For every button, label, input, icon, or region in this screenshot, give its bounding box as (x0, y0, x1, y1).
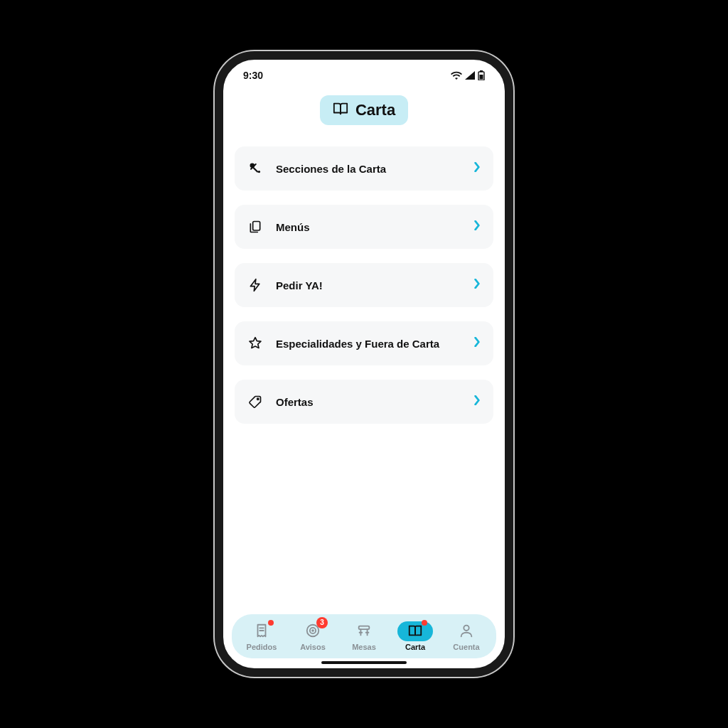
copy-icon (247, 219, 263, 235)
chevron-right-icon (473, 162, 481, 175)
menu-item-menus[interactable]: Menús (235, 205, 493, 249)
signal-icon (465, 71, 475, 80)
person-icon (459, 623, 474, 640)
tab-label: Carta (405, 643, 425, 651)
chevron-right-icon (473, 395, 481, 408)
status-icons (451, 70, 485, 80)
badge-dot (268, 620, 274, 626)
svg-rect-7 (253, 222, 260, 231)
svg-point-13 (464, 626, 469, 631)
tab-cuenta[interactable]: Cuenta (441, 621, 492, 651)
menu-item-secciones[interactable]: Secciones de la Carta (235, 146, 493, 191)
header-pill: Carta (320, 95, 408, 125)
bolt-icon (247, 277, 263, 293)
svg-rect-2 (480, 75, 483, 80)
tab-mesas[interactable]: Mesas (338, 621, 390, 651)
table-icon (356, 623, 372, 640)
menu-item-label: Secciones de la Carta (276, 163, 473, 175)
tab-label: Mesas (352, 643, 376, 651)
star-icon (247, 336, 263, 351)
svg-point-8 (257, 398, 259, 400)
status-time: 9:30 (243, 70, 263, 81)
menu-item-label: Menús (276, 221, 473, 233)
menu-item-especialidades[interactable]: Especialidades y Fuera de Carta (235, 321, 493, 365)
chevron-right-icon (473, 337, 481, 350)
wifi-icon (451, 71, 462, 80)
page-title: Carta (355, 101, 395, 119)
bottom-nav: Pedidos 3 Avisos Mesas (232, 614, 496, 658)
menu-item-ofertas[interactable]: Ofertas (235, 380, 493, 424)
home-indicator (321, 661, 407, 664)
svg-point-11 (312, 630, 314, 631)
tab-label: Pedidos (247, 643, 277, 651)
badge-dot (422, 620, 427, 626)
menu-item-label: Ofertas (276, 396, 473, 408)
menu-list: Secciones de la Carta Menús Pedir YA! (223, 138, 505, 614)
book-icon (407, 623, 423, 640)
status-bar: 9:30 (223, 60, 505, 91)
tab-carta[interactable]: Carta (390, 621, 441, 651)
phone-frame: 9:30 Carta Secciones de la (215, 51, 513, 677)
tab-label: Cuenta (453, 643, 479, 651)
chevron-right-icon (473, 279, 481, 291)
menu-item-pedir-ya[interactable]: Pedir YA! (235, 263, 493, 307)
receipt-icon (254, 623, 269, 640)
menu-item-label: Pedir YA! (276, 279, 473, 291)
chevron-right-icon (473, 220, 481, 233)
tag-icon (247, 394, 263, 410)
badge-count: 3 (316, 617, 328, 628)
utensils-icon (247, 161, 263, 176)
page-header: Carta (223, 91, 505, 138)
book-open-icon (333, 101, 348, 119)
tab-pedidos[interactable]: Pedidos (236, 621, 287, 651)
svg-point-6 (258, 171, 260, 173)
battery-icon (478, 70, 485, 80)
menu-item-label: Especialidades y Fuera de Carta (276, 338, 473, 350)
tab-label: Avisos (300, 643, 326, 651)
tab-avisos[interactable]: 3 Avisos (287, 621, 338, 651)
